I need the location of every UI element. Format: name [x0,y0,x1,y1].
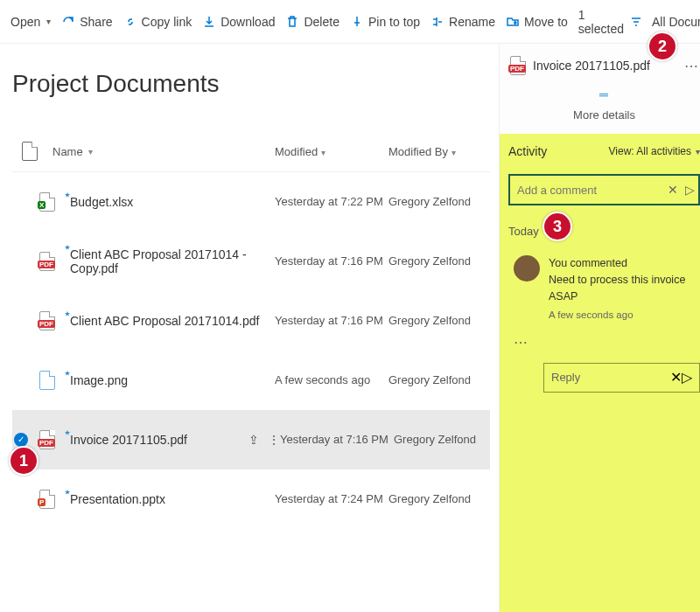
avatar [514,255,540,282]
file-modified-by: Gregory Zelfond [388,195,485,208]
details-filename: Invoice 20171105.pdf [533,59,677,73]
file-modified: A few seconds ago [275,373,388,386]
file-name[interactable]: Image.png [70,373,128,387]
move-to-button[interactable]: Move to [500,11,573,32]
file-modified-by: Gregory Zelfond [388,373,485,386]
callout-badge-2: 2 [648,31,677,61]
pdf-icon: PDF [510,56,526,75]
pptx-icon: P [39,490,55,509]
xlsx-icon: X [39,192,55,212]
activity-heading: Activity [508,144,547,158]
comment-input[interactable] [517,184,664,197]
file-row[interactable]: PDF⋆Client ABC Proposal 20171014.pdf⇪⋮Ye… [12,291,490,351]
activity-item: You commented Need to process this invoi… [508,250,700,329]
file-name[interactable]: Client ABC Proposal 20171014.pdf [70,314,259,328]
activity-item-title: You commented [549,255,695,272]
selected-check-icon[interactable]: ✓ [14,433,28,447]
file-modified-by: Gregory Zelfond [388,492,485,505]
new-indicator-icon: ⋆ [63,365,72,381]
details-pane: PDF Invoice 20171105.pdf ⋯ ═ More detail… [499,44,700,612]
column-name[interactable]: Name▾ [47,145,275,158]
download-icon [202,15,216,29]
file-row[interactable]: X⋆Budget.xlsx⇪⋮Yesterday at 7:22 PMGrego… [12,172,490,232]
callout-badge-3: 3 [542,212,572,241]
file-row[interactable]: ⋆Image.png⇪⋮A few seconds agoGregory Zel… [12,351,490,410]
file-name[interactable]: Budget.xlsx [70,195,133,209]
page-title: Project Documents [12,70,490,98]
activity-item-more[interactable]: ⋯ [514,334,700,351]
pdf-icon: PDF [39,252,55,271]
file-modified-by: Gregory Zelfond [388,254,485,268]
activity-item-timestamp: A few seconds ago [549,308,695,323]
file-modified: Yesterday at 7:22 PM [275,195,388,208]
file-modified: Yesterday at 7:24 PM [275,492,388,505]
document-library: Project Documents Name▾ Modified ▾ Modif… [0,44,499,612]
new-indicator-icon: ⋆ [63,186,72,203]
delete-button[interactable]: Delete [280,11,344,32]
trash-icon [285,15,299,29]
column-modified[interactable]: Modified ▾ [275,145,388,158]
more-details-link[interactable]: More details [500,101,700,134]
download-button[interactable]: Download [197,11,280,32]
clear-reply-button[interactable]: ✕ [670,369,682,386]
file-modified-by: Gregory Zelfond [394,433,490,446]
rename-icon [430,15,444,29]
file-name[interactable]: Invoice 20171105.pdf [70,433,187,447]
file-modified: Yesterday at 7:16 PM [275,254,388,268]
new-indicator-icon: ⋆ [63,424,72,441]
file-modified: Yesterday at 7:16 PM [275,314,388,327]
share-icon [61,15,75,29]
rename-button[interactable]: Rename [425,11,500,32]
pdf-icon: PDF [39,311,55,330]
pin-icon [350,15,364,29]
clear-comment-button[interactable]: ✕ [664,183,682,197]
file-modified: Yesterday at 7:16 PM [280,433,394,446]
reply-placeholder: Reply [551,371,670,384]
activity-section: Activity View: All activities▾ ✕ ▷ Today… [500,134,700,612]
share-button[interactable]: Share [56,11,117,32]
callout-badge-1: 1 [9,446,38,476]
file-icon [22,142,38,161]
chevron-down-icon: ▾ [46,17,51,26]
details-more-button[interactable]: ⋯ [684,58,698,74]
chevron-down-icon: ▾ [696,147,700,156]
pdf-icon: PDF [39,430,55,449]
copy-link-button[interactable]: Copy link [118,11,198,32]
send-comment-button[interactable]: ▷ [682,183,698,197]
activity-date-group: Today [508,225,700,238]
moveto-icon [506,15,520,29]
chevron-down-icon: ▾ [321,148,326,157]
file-row[interactable]: P⋆Presentation.pptx⇪⋮Yesterday at 7:24 P… [12,469,490,529]
activity-item-body: Need to process this invoice ASAP [549,272,695,305]
chevron-down-icon: ▾ [88,147,93,156]
activity-view-filter[interactable]: View: All activities▾ [609,145,700,157]
column-type-icon[interactable] [12,142,47,161]
new-indicator-icon: ⋆ [63,483,72,500]
selection-count: 1 selected [573,8,629,36]
file-modified-by: Gregory Zelfond [388,314,485,327]
new-indicator-icon: ⋆ [63,305,72,322]
column-headers: Name▾ Modified ▾ Modified By ▾ [12,133,490,172]
command-bar: Open▾ Share Copy link Download Delete Pi… [0,0,700,44]
reply-input-wrapper[interactable]: Reply ✕ ▷ [543,363,700,393]
file-row[interactable]: PDF⋆Client ABC Proposal 20171014 - Copy.… [12,232,490,291]
column-modified-by[interactable]: Modified By ▾ [388,145,485,158]
file-name[interactable]: Client ABC Proposal 20171014 - Copy.pdf [70,247,275,275]
new-indicator-icon: ⋆ [63,239,72,255]
open-menu[interactable]: Open▾ [5,11,56,32]
file-row[interactable]: ✓PDF⋆Invoice 20171105.pdf⇪⋮Yesterday at … [12,410,490,469]
comment-input-wrapper: ✕ ▷ [508,174,700,205]
link-icon [123,15,137,29]
view-selector[interactable]: All Documents▾ [647,11,700,32]
resize-handle[interactable]: ═ [500,87,700,101]
send-reply-button[interactable]: ▷ [682,369,692,386]
pin-button[interactable]: Pin to top [345,11,425,32]
png-icon [39,371,55,390]
filter-icon[interactable] [629,15,643,29]
chevron-down-icon: ▾ [452,148,456,157]
file-name[interactable]: Presentation.pptx [70,492,165,506]
